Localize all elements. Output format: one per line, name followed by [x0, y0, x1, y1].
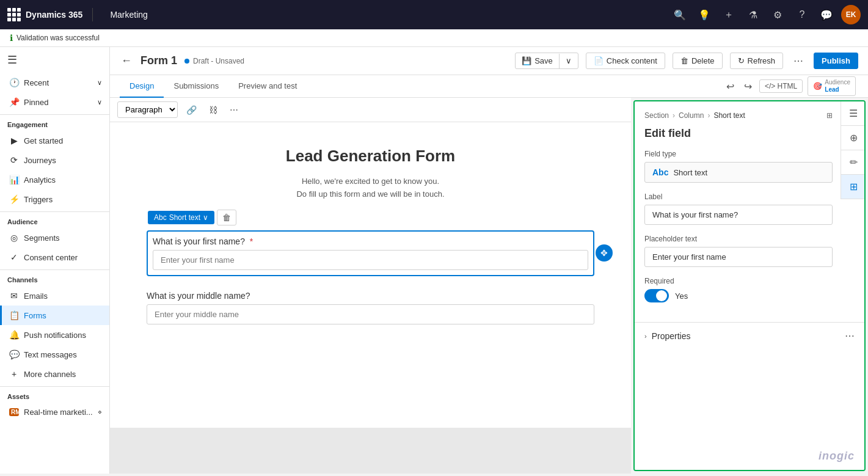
sidebar: ☰ 🕐 Recent ∨ 📌 Pinned ∨ Engagement ▶ Get…: [0, 47, 110, 474]
canvas-content: Lead Generation Form Hello, we're excite…: [110, 122, 631, 428]
sidebar-label-analytics: Analytics: [24, 175, 56, 185]
engagement-header: Engagement: [0, 117, 109, 131]
sidebar-label-journeys: Journeys: [24, 156, 56, 165]
sidebar-item-emails[interactable]: ✉ Emails: [0, 286, 109, 306]
form-canvas-desc: Hello, we're excited to get to know you.…: [147, 175, 594, 201]
field-move-button[interactable]: ✥: [596, 244, 613, 262]
panel-tab-add[interactable]: ⊕: [841, 126, 866, 150]
search-icon[interactable]: 🔍: [670, 5, 690, 24]
sidebar-item-get-started[interactable]: ▶ Get started: [0, 131, 109, 150]
panel-tab-field[interactable]: ⊞: [841, 175, 866, 199]
sidebar-item-forms[interactable]: 📋 Forms: [0, 306, 109, 325]
watermark: inogic: [819, 450, 855, 463]
sidebar-item-consent[interactable]: ✓ Consent center: [0, 247, 109, 267]
first-name-input[interactable]: [153, 250, 588, 270]
link-button[interactable]: 🔗: [183, 103, 200, 117]
properties-section[interactable]: › Properties ⋯: [635, 322, 864, 349]
field-toolbar: Abc Short text ∨ 🗑: [148, 210, 236, 225]
panel-tab-style[interactable]: ✏: [841, 150, 866, 175]
chevron-realtime-icon: ⋄: [98, 408, 102, 416]
first-name-field: Abc Short text ∨ 🗑 What is your first na…: [147, 230, 594, 276]
sidebar-label-push: Push notifications: [24, 331, 86, 340]
save-dropdown-button[interactable]: ∨: [560, 53, 578, 68]
placeholder-label: Placeholder text: [644, 235, 833, 243]
audience-lead-button[interactable]: 🎯 Audience Lead: [808, 76, 856, 96]
html-button[interactable]: </> HTML: [759, 79, 803, 93]
sidebar-item-realtime[interactable]: RM Real-time marketi... ⋄: [0, 403, 109, 422]
add-icon[interactable]: ＋: [719, 5, 739, 24]
sidebar-item-more-channels[interactable]: + More channels: [0, 364, 109, 384]
pin-icon: 📌: [9, 97, 19, 107]
undo-button[interactable]: ↩: [724, 78, 737, 95]
breadcrumb-column[interactable]: Column: [679, 111, 704, 120]
placeholder-input[interactable]: [644, 247, 833, 267]
settings-icon[interactable]: ⚙: [768, 5, 787, 24]
sms-icon: 💬: [9, 350, 19, 359]
field-label-middlename: What is your middle name?: [147, 291, 594, 301]
breadcrumb-section[interactable]: Section: [644, 111, 669, 120]
emails-icon: ✉: [9, 291, 19, 301]
sidebar-toggle[interactable]: ☰: [0, 47, 109, 73]
sidebar-item-triggers[interactable]: ⚡ Triggers: [0, 189, 109, 209]
breadcrumb-sep1: ›: [673, 111, 675, 120]
required-toggle[interactable]: [644, 289, 669, 302]
publish-button[interactable]: Publish: [814, 53, 858, 69]
field-type-badge[interactable]: Abc Short text ∨: [148, 211, 214, 224]
sidebar-item-recent[interactable]: 🕐 Recent ∨: [0, 73, 109, 92]
sidebar-item-push[interactable]: 🔔 Push notifications: [0, 325, 109, 345]
middle-name-input[interactable]: [147, 304, 594, 324]
tab-submissions[interactable]: Submissions: [164, 75, 228, 98]
sidebar-item-pinned[interactable]: 📌 Pinned ∨: [0, 92, 109, 112]
top-nav: Dynamics 365 Marketing 🔍 💡 ＋ ⚗ ⚙ ? 💬 EK: [0, 0, 868, 29]
channels-header: Channels: [0, 273, 109, 286]
filter-icon[interactable]: ⚗: [743, 5, 763, 24]
chat-icon[interactable]: 💬: [817, 5, 836, 24]
save-button-group[interactable]: 💾 Save ∨: [515, 53, 578, 69]
unlink-button[interactable]: ⛓: [205, 103, 221, 117]
more-options-button[interactable]: ⋯: [790, 52, 806, 70]
sidebar-item-analytics[interactable]: 📊 Analytics: [0, 170, 109, 189]
sidebar-item-journeys[interactable]: ⟳ Journeys: [0, 150, 109, 170]
paragraph-dropdown[interactable]: Paragraph: [117, 101, 178, 118]
form-title: Form 1: [140, 54, 177, 67]
brand-logo[interactable]: Dynamics 365: [7, 8, 93, 21]
status-text: Draft - Unsaved: [193, 57, 244, 65]
properties-more-icon[interactable]: ⋯: [845, 330, 855, 342]
toggle-knob: [656, 290, 667, 301]
required-label: Required: [644, 277, 833, 285]
sidebar-item-segments[interactable]: ◎ Segments: [0, 228, 109, 247]
avatar[interactable]: EK: [841, 5, 861, 24]
middle-name-field: What is your middle name?: [147, 291, 594, 324]
panel-tab-settings[interactable]: ☰: [841, 101, 866, 126]
tab-preview[interactable]: Preview and test: [228, 75, 307, 98]
check-content-button[interactable]: 📄 Check content: [586, 53, 665, 69]
tab-design[interactable]: Design: [120, 75, 164, 98]
breadcrumb-current: Short text: [713, 111, 745, 120]
refresh-button[interactable]: ↻ Refresh: [730, 53, 784, 69]
field-type-display: Abc Short text: [644, 162, 833, 183]
placeholder-section: Placeholder text: [644, 235, 833, 267]
segments-icon: ◎: [9, 233, 19, 243]
properties-title: Properties: [652, 331, 691, 341]
properties-chevron-icon: ›: [644, 332, 647, 340]
short-text-icon: Abc: [154, 213, 167, 222]
validation-bar: ℹ Validation was successful: [0, 29, 868, 47]
lightbulb-icon[interactable]: 💡: [695, 5, 714, 24]
editor-wrapper: Paragraph 🔗 ⛓ ⋯ Lead Generation Form Hel…: [110, 98, 868, 474]
help-icon[interactable]: ?: [792, 5, 812, 24]
required-toggle-row: Yes: [644, 289, 833, 302]
forms-icon: 📋: [9, 310, 19, 320]
save-button[interactable]: 💾 Save: [516, 53, 559, 68]
redo-button[interactable]: ↪: [742, 78, 754, 95]
delete-button[interactable]: 🗑 Delete: [673, 53, 723, 69]
field-type-display-icon: Abc: [652, 167, 668, 177]
field-delete-button[interactable]: 🗑: [217, 210, 236, 225]
sidebar-item-sms[interactable]: 💬 Text messages: [0, 345, 109, 364]
back-button[interactable]: ←: [120, 53, 133, 68]
check-icon: 📄: [594, 56, 604, 65]
more-toolbar-button[interactable]: ⋯: [226, 103, 242, 117]
breadcrumb-action-icon[interactable]: ⊞: [826, 111, 833, 120]
more-channels-icon: +: [9, 369, 19, 379]
label-input[interactable]: [644, 205, 833, 225]
consent-icon: ✓: [9, 252, 19, 262]
